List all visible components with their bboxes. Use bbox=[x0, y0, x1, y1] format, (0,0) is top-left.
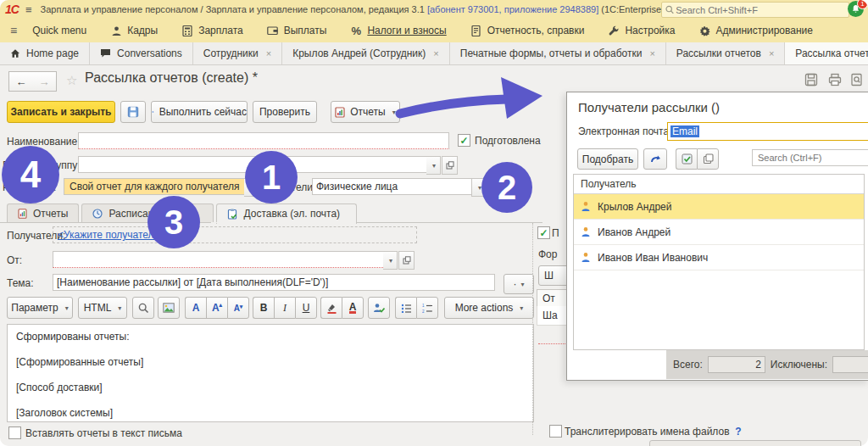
clock-icon bbox=[92, 209, 103, 219]
save-icon[interactable] bbox=[804, 72, 819, 87]
check-button[interactable]: Проверить bbox=[253, 101, 317, 123]
tab-otchety[interactable]: Отчеты bbox=[7, 203, 79, 223]
text-style-group: B I U bbox=[253, 297, 317, 319]
recipient-column-header[interactable]: Получатель bbox=[574, 175, 864, 194]
menu-item-quick-menu[interactable]: Quick menu bbox=[32, 25, 86, 36]
menu-item-otchetnost[interactable]: Отчетность, справки bbox=[470, 25, 585, 36]
name-field-input[interactable] bbox=[78, 132, 449, 149]
sections-menu-icon[interactable]: ≡ bbox=[10, 24, 17, 37]
bullet-list-button[interactable] bbox=[395, 297, 416, 319]
insert-image-button[interactable] bbox=[158, 297, 180, 319]
chevron-down-icon: ▾ bbox=[389, 257, 392, 265]
name-field-label: Наименование: bbox=[7, 136, 81, 148]
from-dropdown-button[interactable]: ▾ bbox=[383, 251, 398, 270]
menu-item-nastroika[interactable]: Настройка bbox=[608, 25, 675, 36]
tab-rassylka-create[interactable]: Рассылка отчетов (create) *× bbox=[785, 42, 868, 64]
refresh-arrow-button[interactable] bbox=[643, 148, 667, 170]
recipients-type-value[interactable]: Физические лица bbox=[312, 178, 473, 195]
group-choose-button[interactable] bbox=[442, 156, 458, 175]
attach-reports-checkbox[interactable]: ✓ bbox=[537, 226, 550, 239]
menu-item-zarplata[interactable]: Зарплата bbox=[181, 25, 243, 36]
font-increase-button[interactable]: A▴ bbox=[206, 297, 227, 319]
tab-dostavka-email[interactable]: Доставка (эл. почта) bbox=[216, 203, 357, 224]
prepared-checkbox[interactable]: ✓ bbox=[458, 134, 470, 147]
recipient-row[interactable]: Иванов Андрей bbox=[574, 220, 864, 245]
underline-button[interactable]: U bbox=[295, 297, 317, 319]
template-button-clipped[interactable]: Ш bbox=[538, 265, 567, 286]
tab-conversations[interactable]: Conversations bbox=[90, 42, 193, 64]
forward-button[interactable]: → bbox=[32, 71, 57, 92]
group-dropdown-button[interactable]: ▾ bbox=[426, 156, 441, 175]
close-tab-icon[interactable]: × bbox=[433, 48, 438, 59]
reports-menu-button[interactable]: Отчеты▾ bbox=[331, 101, 400, 123]
tab-home-page[interactable]: Home page bbox=[0, 42, 90, 64]
floppy-icon bbox=[127, 106, 139, 118]
title-bar: 1С ≡ Зарплата и управление персоналом / … bbox=[0, 0, 868, 20]
close-tab-icon[interactable]: × bbox=[769, 48, 774, 59]
chevron-down-icon: ▾ bbox=[65, 304, 69, 312]
global-search-input[interactable] bbox=[674, 4, 845, 16]
insert-reports-checkbox[interactable] bbox=[8, 426, 21, 439]
font-button[interactable]: A bbox=[185, 297, 206, 319]
favorite-star-icon[interactable]: ☆ bbox=[66, 73, 77, 88]
menu-item-vyplaty[interactable]: Выплаты bbox=[267, 25, 327, 36]
run-now-button[interactable]: Выполнить сейчас bbox=[151, 101, 248, 123]
print-icon[interactable] bbox=[827, 72, 843, 87]
recipient-row[interactable]: Иванов Иван Иванович bbox=[574, 245, 864, 270]
curved-arrow-icon bbox=[650, 154, 661, 164]
numbered-list-button[interactable]: 12 bbox=[416, 297, 438, 319]
more-actions-button[interactable]: More actions▾ bbox=[444, 297, 534, 319]
person-icon bbox=[110, 25, 122, 36]
app-window: 1С ≡ Зарплата и управление персоналом / … bbox=[0, 0, 868, 446]
global-search[interactable] bbox=[661, 2, 849, 18]
back-button[interactable]: ← bbox=[8, 71, 34, 92]
menu-item-nalogi[interactable]: % Налоги и взносы bbox=[350, 25, 446, 36]
pick-button[interactable]: Подобрать bbox=[577, 148, 638, 170]
clear-flags-button[interactable] bbox=[697, 148, 719, 170]
main-menu-icon[interactable]: ≡ bbox=[25, 3, 32, 16]
body-line: Сформированы отчеты: bbox=[16, 331, 525, 343]
menu-item-kadry[interactable]: Кадры bbox=[110, 25, 158, 36]
bold-button[interactable]: B bbox=[253, 297, 274, 319]
font-decrease-button[interactable]: A▾ bbox=[227, 297, 249, 319]
tab-pechatnye-formy[interactable]: Печатные формы, отчеты и обработки× bbox=[450, 42, 666, 64]
font-color-button[interactable]: A bbox=[342, 297, 364, 319]
tab-sotrudniki[interactable]: Сотрудники× bbox=[193, 42, 282, 64]
html-mode-button[interactable]: HTML▾ bbox=[78, 297, 127, 319]
find-button[interactable] bbox=[132, 297, 154, 319]
save-and-close-button[interactable]: Записать и закрыть bbox=[7, 101, 115, 123]
app-title-product: (1С:Enterprise) bbox=[601, 4, 665, 14]
help-icon[interactable]: ? bbox=[735, 426, 741, 438]
total-value bbox=[708, 356, 765, 373]
set-flags-button[interactable] bbox=[676, 148, 697, 170]
email-input[interactable]: Email bbox=[667, 122, 868, 141]
person-icon bbox=[581, 252, 591, 263]
annotation-circle-2: 2 bbox=[481, 162, 532, 213]
active-tab-bridge bbox=[211, 222, 345, 223]
notifications-icon[interactable]: 1 bbox=[848, 1, 864, 17]
highlight-color-button[interactable] bbox=[320, 297, 342, 319]
parameter-menu-button[interactable]: Параметр▾ bbox=[7, 297, 73, 319]
required-underline bbox=[538, 343, 567, 344]
subject-field-input[interactable] bbox=[53, 274, 495, 291]
check-icon: ✓ bbox=[459, 135, 468, 147]
preview-icon[interactable] bbox=[849, 72, 865, 87]
from-choose-button[interactable] bbox=[398, 251, 415, 270]
message-body-editor[interactable]: Сформированы отчеты: [Сформированные отч… bbox=[7, 324, 534, 422]
recipient-row[interactable]: Крылов Андрей bbox=[574, 194, 864, 220]
menu-item-administrirovanie[interactable]: Администрирование bbox=[699, 25, 813, 36]
from-field-input[interactable] bbox=[53, 251, 385, 268]
close-tab-icon[interactable]: × bbox=[266, 48, 271, 59]
tab-rassylki-otchetov[interactable]: Рассылки отчетов× bbox=[666, 42, 785, 64]
transliterate-checkbox[interactable] bbox=[549, 425, 562, 438]
italic-button[interactable]: I bbox=[274, 297, 295, 319]
send-mode-value[interactable]: Свой отчет для каждого получателя bbox=[64, 178, 245, 195]
save-button[interactable] bbox=[120, 101, 146, 123]
dialog-search[interactable] bbox=[752, 149, 868, 166]
tab-krylov-andrey[interactable]: Крылов Андрей (Сотрудник)× bbox=[282, 42, 450, 64]
dialog-search-input[interactable] bbox=[756, 152, 865, 164]
check-spelling-button[interactable] bbox=[368, 297, 390, 319]
subject-options-button[interactable]: ·▾ bbox=[504, 274, 534, 294]
insert-reports-label: Вставлять отчеты в текст письма bbox=[25, 427, 182, 439]
close-tab-icon[interactable]: × bbox=[649, 48, 654, 59]
